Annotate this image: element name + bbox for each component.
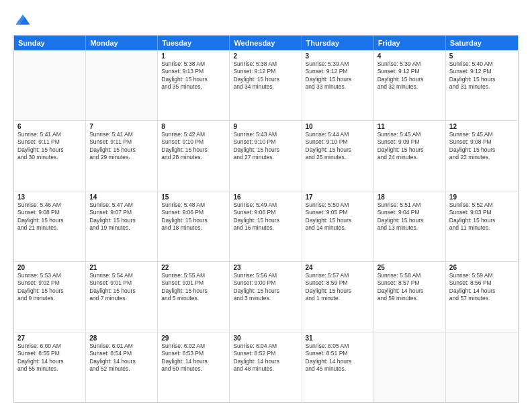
day-info: Sunrise: 5:57 AM Sunset: 8:59 PM Dayligh… — [306, 272, 370, 303]
calendar-cell: 7Sunrise: 5:41 AM Sunset: 9:11 PM Daylig… — [86, 121, 158, 191]
day-info: Sunrise: 5:58 AM Sunset: 8:57 PM Dayligh… — [378, 272, 442, 303]
day-number: 25 — [378, 264, 442, 271]
calendar: SundayMondayTuesdayWednesdayThursdayFrid… — [13, 35, 519, 403]
day-number: 22 — [161, 264, 226, 271]
calendar-cell: 12Sunrise: 5:45 AM Sunset: 9:08 PM Dayli… — [446, 121, 518, 191]
day-number: 26 — [449, 264, 515, 271]
weekday-header: Sunday — [14, 36, 86, 50]
calendar-cell: 13Sunrise: 5:46 AM Sunset: 9:08 PM Dayli… — [14, 191, 86, 261]
day-number: 14 — [89, 193, 154, 201]
calendar-cell: 26Sunrise: 5:59 AM Sunset: 8:56 PM Dayli… — [446, 262, 518, 332]
calendar-row: 6Sunrise: 5:41 AM Sunset: 9:11 PM Daylig… — [14, 120, 518, 191]
calendar-body: 1Sunrise: 5:38 AM Sunset: 9:13 PM Daylig… — [14, 50, 518, 402]
calendar-cell: 8Sunrise: 5:42 AM Sunset: 9:10 PM Daylig… — [158, 121, 230, 191]
day-number: 30 — [233, 334, 298, 342]
day-number: 1 — [161, 52, 226, 60]
day-info: Sunrise: 5:39 AM Sunset: 9:12 PM Dayligh… — [306, 60, 370, 91]
calendar-cell: 16Sunrise: 5:49 AM Sunset: 9:06 PM Dayli… — [230, 191, 302, 261]
logo — [13, 11, 35, 30]
weekday-header: Tuesday — [158, 36, 230, 50]
day-info: Sunrise: 6:04 AM Sunset: 8:52 PM Dayligh… — [233, 342, 298, 373]
day-number: 11 — [378, 123, 442, 130]
day-info: Sunrise: 5:54 AM Sunset: 9:01 PM Dayligh… — [89, 272, 154, 303]
day-number: 20 — [17, 264, 82, 271]
calendar-cell: 21Sunrise: 5:54 AM Sunset: 9:01 PM Dayli… — [86, 262, 158, 332]
day-number: 23 — [233, 264, 298, 271]
calendar-cell: 11Sunrise: 5:45 AM Sunset: 9:09 PM Dayli… — [374, 121, 446, 191]
day-info: Sunrise: 5:42 AM Sunset: 9:10 PM Dayligh… — [161, 131, 226, 162]
calendar-cell: 10Sunrise: 5:44 AM Sunset: 9:10 PM Dayli… — [302, 121, 374, 191]
calendar-cell: 9Sunrise: 5:43 AM Sunset: 9:10 PM Daylig… — [230, 121, 302, 191]
day-info: Sunrise: 5:55 AM Sunset: 9:01 PM Dayligh… — [161, 272, 226, 303]
calendar-cell: 28Sunrise: 6:01 AM Sunset: 8:54 PM Dayli… — [86, 332, 158, 402]
calendar-cell: 31Sunrise: 6:05 AM Sunset: 8:51 PM Dayli… — [302, 332, 374, 402]
day-number: 29 — [161, 334, 226, 342]
weekday-header: Friday — [374, 36, 446, 50]
day-number: 16 — [233, 193, 298, 201]
calendar-cell: 3Sunrise: 5:39 AM Sunset: 9:12 PM Daylig… — [302, 50, 374, 120]
day-info: Sunrise: 5:45 AM Sunset: 9:08 PM Dayligh… — [449, 131, 515, 162]
calendar-row: 13Sunrise: 5:46 AM Sunset: 9:08 PM Dayli… — [14, 191, 518, 261]
day-number: 10 — [306, 123, 370, 130]
day-number: 12 — [449, 123, 515, 130]
logo-icon — [13, 11, 32, 30]
calendar-cell: 17Sunrise: 5:50 AM Sunset: 9:05 PM Dayli… — [302, 191, 374, 261]
day-info: Sunrise: 5:56 AM Sunset: 9:00 PM Dayligh… — [233, 272, 298, 303]
calendar-cell: 14Sunrise: 5:47 AM Sunset: 9:07 PM Dayli… — [86, 191, 158, 261]
calendar-cell — [446, 332, 518, 402]
calendar-cell: 19Sunrise: 5:52 AM Sunset: 9:03 PM Dayli… — [446, 191, 518, 261]
day-number: 31 — [306, 334, 370, 342]
day-info: Sunrise: 5:59 AM Sunset: 8:56 PM Dayligh… — [449, 272, 515, 303]
calendar-cell — [86, 50, 158, 120]
day-number: 9 — [233, 123, 298, 130]
calendar-cell: 24Sunrise: 5:57 AM Sunset: 8:59 PM Dayli… — [302, 262, 374, 332]
day-info: Sunrise: 5:44 AM Sunset: 9:10 PM Dayligh… — [306, 131, 370, 162]
day-info: Sunrise: 5:47 AM Sunset: 9:07 PM Dayligh… — [89, 201, 154, 232]
calendar-cell: 15Sunrise: 5:48 AM Sunset: 9:06 PM Dayli… — [158, 191, 230, 261]
day-info: Sunrise: 6:02 AM Sunset: 8:53 PM Dayligh… — [161, 342, 226, 373]
day-info: Sunrise: 5:40 AM Sunset: 9:12 PM Dayligh… — [449, 60, 515, 91]
calendar-header: SundayMondayTuesdayWednesdayThursdayFrid… — [14, 36, 518, 50]
calendar-cell: 5Sunrise: 5:40 AM Sunset: 9:12 PM Daylig… — [446, 50, 518, 120]
day-number: 24 — [306, 264, 370, 271]
calendar-cell: 25Sunrise: 5:58 AM Sunset: 8:57 PM Dayli… — [374, 262, 446, 332]
day-info: Sunrise: 6:05 AM Sunset: 8:51 PM Dayligh… — [306, 342, 370, 373]
calendar-row: 20Sunrise: 5:53 AM Sunset: 9:02 PM Dayli… — [14, 261, 518, 332]
weekday-header: Thursday — [302, 36, 374, 50]
calendar-cell — [374, 332, 446, 402]
day-info: Sunrise: 5:39 AM Sunset: 9:12 PM Dayligh… — [378, 60, 442, 91]
day-number: 15 — [161, 193, 226, 201]
day-number: 28 — [89, 334, 154, 342]
calendar-cell: 27Sunrise: 6:00 AM Sunset: 8:55 PM Dayli… — [14, 332, 86, 402]
day-number: 4 — [378, 52, 442, 60]
day-info: Sunrise: 5:41 AM Sunset: 9:11 PM Dayligh… — [17, 131, 82, 162]
day-number: 3 — [306, 52, 370, 60]
day-number: 17 — [306, 193, 370, 201]
day-number: 8 — [161, 123, 226, 130]
page-header — [13, 11, 519, 30]
weekday-header: Wednesday — [230, 36, 302, 50]
calendar-cell: 29Sunrise: 6:02 AM Sunset: 8:53 PM Dayli… — [158, 332, 230, 402]
day-info: Sunrise: 5:38 AM Sunset: 9:13 PM Dayligh… — [161, 60, 226, 91]
day-info: Sunrise: 5:49 AM Sunset: 9:06 PM Dayligh… — [233, 201, 298, 232]
calendar-row: 27Sunrise: 6:00 AM Sunset: 8:55 PM Dayli… — [14, 332, 518, 402]
day-info: Sunrise: 5:48 AM Sunset: 9:06 PM Dayligh… — [161, 201, 226, 232]
day-number: 7 — [89, 123, 154, 130]
day-info: Sunrise: 5:53 AM Sunset: 9:02 PM Dayligh… — [17, 272, 82, 303]
day-info: Sunrise: 5:51 AM Sunset: 9:04 PM Dayligh… — [378, 201, 442, 232]
calendar-cell: 20Sunrise: 5:53 AM Sunset: 9:02 PM Dayli… — [14, 262, 86, 332]
day-number: 6 — [17, 123, 82, 130]
day-info: Sunrise: 5:41 AM Sunset: 9:11 PM Dayligh… — [89, 131, 154, 162]
calendar-cell: 23Sunrise: 5:56 AM Sunset: 9:00 PM Dayli… — [230, 262, 302, 332]
day-info: Sunrise: 5:38 AM Sunset: 9:12 PM Dayligh… — [233, 60, 298, 91]
calendar-cell: 6Sunrise: 5:41 AM Sunset: 9:11 PM Daylig… — [14, 121, 86, 191]
day-number: 18 — [378, 193, 442, 201]
calendar-row: 1Sunrise: 5:38 AM Sunset: 9:13 PM Daylig… — [14, 50, 518, 120]
calendar-cell: 1Sunrise: 5:38 AM Sunset: 9:13 PM Daylig… — [158, 50, 230, 120]
calendar-cell: 18Sunrise: 5:51 AM Sunset: 9:04 PM Dayli… — [374, 191, 446, 261]
calendar-cell: 22Sunrise: 5:55 AM Sunset: 9:01 PM Dayli… — [158, 262, 230, 332]
calendar-cell: 2Sunrise: 5:38 AM Sunset: 9:12 PM Daylig… — [230, 50, 302, 120]
day-number: 19 — [449, 193, 515, 201]
day-info: Sunrise: 5:43 AM Sunset: 9:10 PM Dayligh… — [233, 131, 298, 162]
calendar-cell — [14, 50, 86, 120]
